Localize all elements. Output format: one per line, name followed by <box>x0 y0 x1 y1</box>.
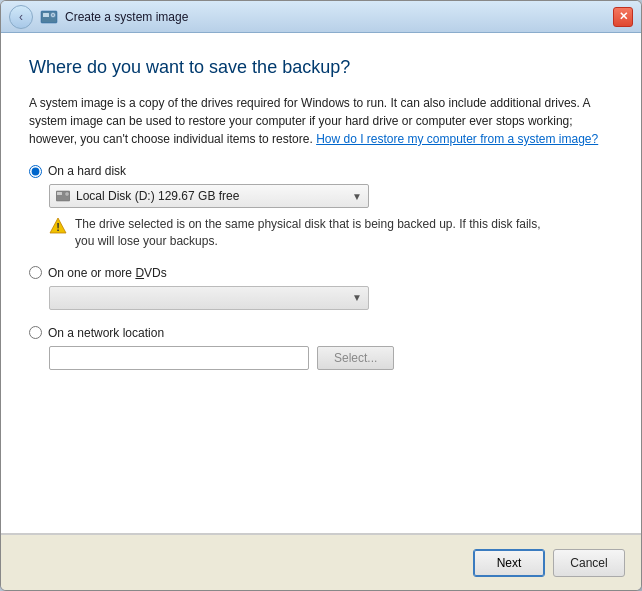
titlebar: ‹ Create a system image ✕ <box>1 1 641 33</box>
page-title: Where do you want to save the backup? <box>29 57 613 78</box>
svg-point-7 <box>66 193 68 195</box>
dvd-radio-row: On one or more DVDs <box>29 266 613 280</box>
svg-point-3 <box>52 14 54 16</box>
select-button[interactable]: Select... <box>317 346 394 370</box>
option-dvd-group: On one or more DVDs ▼ <box>29 266 613 310</box>
network-radio-row: On a network location <box>29 326 613 340</box>
hard-disk-dropdown-row: Local Disk (D:) 129.67 GB free ▼ <box>49 184 613 208</box>
disk-icon <box>56 190 70 202</box>
content-area: Where do you want to save the backup? A … <box>1 33 641 534</box>
warning-box: ! The drive selected is on the same phys… <box>49 216 549 250</box>
dvd-label[interactable]: On one or more DVDs <box>48 266 167 280</box>
hard-disk-label[interactable]: On a hard disk <box>48 164 126 178</box>
dvd-dropdown[interactable]: ▼ <box>49 286 369 310</box>
hard-disk-radio[interactable] <box>29 165 42 178</box>
option-hard-disk-group: On a hard disk Local Disk (D:) 129.67 GB… <box>29 164 613 250</box>
warning-text: The drive selected is on the same physic… <box>75 216 549 250</box>
dvd-radio[interactable] <box>29 266 42 279</box>
cancel-button[interactable]: Cancel <box>553 549 625 577</box>
hard-disk-value: Local Disk (D:) 129.67 GB free <box>76 189 239 203</box>
back-button[interactable]: ‹ <box>9 5 33 29</box>
warning-icon: ! <box>49 217 67 235</box>
description-text: A system image is a copy of the drives r… <box>29 94 613 148</box>
help-link[interactable]: How do I restore my computer from a syst… <box>316 132 598 146</box>
network-input-row: Select... <box>49 346 613 370</box>
svg-rect-1 <box>43 13 49 17</box>
footer: Next Cancel <box>1 534 641 590</box>
svg-text:!: ! <box>56 221 60 233</box>
close-button[interactable]: ✕ <box>613 7 633 27</box>
window-title: Create a system image <box>65 10 613 24</box>
dvd-dropdown-arrow-icon: ▼ <box>352 292 362 303</box>
dvd-dropdown-row: ▼ <box>49 286 613 310</box>
svg-rect-5 <box>57 192 62 195</box>
option-network-group: On a network location Select... <box>29 326 613 370</box>
network-path-input[interactable] <box>49 346 309 370</box>
next-button[interactable]: Next <box>473 549 545 577</box>
hard-disk-dropdown[interactable]: Local Disk (D:) 129.67 GB free ▼ <box>49 184 369 208</box>
window-icon <box>39 7 59 27</box>
network-radio[interactable] <box>29 326 42 339</box>
network-label[interactable]: On a network location <box>48 326 164 340</box>
hard-disk-radio-row: On a hard disk <box>29 164 613 178</box>
window: ‹ Create a system image ✕ Where do you w… <box>0 0 642 591</box>
dropdown-arrow-icon: ▼ <box>352 191 362 202</box>
